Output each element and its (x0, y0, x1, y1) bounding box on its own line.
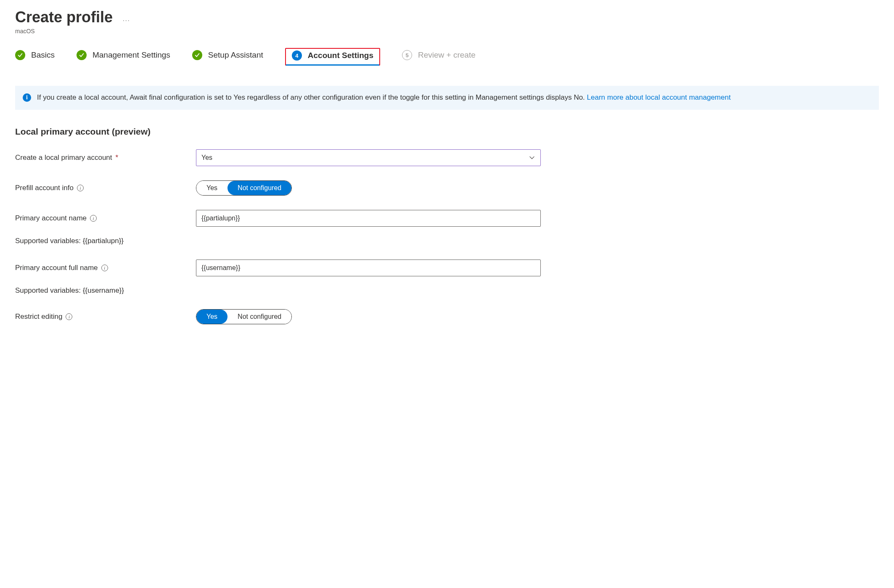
row-prefill-account-info: Prefill account info i Yes Not configure… (15, 180, 879, 196)
step-label: Setup Assistant (208, 50, 263, 60)
check-icon (192, 50, 202, 60)
toggle-prefill-yes[interactable]: Yes (196, 181, 227, 195)
row-create-local-account: Create a local primary account * Yes (15, 149, 879, 166)
info-hint-icon[interactable]: i (101, 265, 108, 271)
info-hint-icon[interactable]: i (90, 215, 97, 222)
step-label: Basics (31, 50, 55, 60)
info-hint-icon[interactable]: i (77, 185, 84, 191)
label-restrict-editing: Restrict editing (15, 313, 62, 321)
select-create-local-account[interactable]: Yes (196, 149, 541, 166)
row-primary-account-name: Primary account name i {{partialupn}} (15, 210, 879, 227)
learn-more-link[interactable]: Learn more about local account managemen… (587, 93, 731, 101)
supported-vars-full-name: Supported variables: {{username}} (15, 286, 879, 295)
input-primary-account-name[interactable]: {{partialupn}} (196, 210, 541, 227)
step-label: Account Settings (308, 51, 373, 60)
step-label: Management Settings (93, 50, 170, 60)
info-text: If you create a local account, Await fin… (37, 93, 587, 101)
chevron-down-icon (529, 154, 535, 161)
wizard-stepper: Basics Management Settings Setup Assista… (15, 48, 879, 66)
step-label: Review + create (418, 50, 476, 60)
toggle-restrict: Yes Not configured (196, 309, 292, 324)
input-primary-account-full-name[interactable]: {{username}} (196, 260, 541, 276)
more-actions-icon[interactable]: ··· (123, 17, 130, 24)
step-setup-assistant[interactable]: Setup Assistant (192, 50, 263, 64)
toggle-prefill: Yes Not configured (196, 180, 292, 196)
check-icon (77, 50, 87, 60)
info-banner: i If you create a local account, Await f… (15, 86, 879, 110)
label-prefill-account-info: Prefill account info (15, 184, 74, 192)
toggle-prefill-not-configured[interactable]: Not configured (227, 181, 291, 195)
required-asterisk: * (116, 154, 119, 162)
page-title: Create profile (15, 8, 113, 26)
label-primary-account-full-name: Primary account full name (15, 264, 98, 272)
check-icon (15, 50, 25, 60)
label-create-local-account: Create a local primary account (15, 154, 112, 162)
step-management-settings[interactable]: Management Settings (77, 50, 170, 64)
section-heading: Local primary account (preview) (15, 127, 879, 137)
toggle-restrict-not-configured[interactable]: Not configured (227, 310, 291, 324)
step-account-settings[interactable]: 4 Account Settings (285, 48, 380, 66)
row-primary-account-full-name: Primary account full name i {{username}} (15, 260, 879, 276)
supported-vars-account-name: Supported variables: {{partialupn}} (15, 237, 879, 245)
info-hint-icon[interactable]: i (66, 313, 72, 320)
step-basics[interactable]: Basics (15, 50, 55, 64)
step-review-create: 5 Review + create (402, 50, 476, 64)
label-primary-account-name: Primary account name (15, 214, 87, 222)
info-icon: i (23, 93, 31, 102)
select-value: Yes (201, 154, 212, 162)
row-restrict-editing: Restrict editing i Yes Not configured (15, 309, 879, 324)
page-subtitle: macOS (15, 28, 879, 34)
toggle-restrict-yes[interactable]: Yes (196, 310, 227, 324)
step-number-badge: 5 (402, 50, 412, 60)
step-number-badge: 4 (292, 50, 302, 61)
